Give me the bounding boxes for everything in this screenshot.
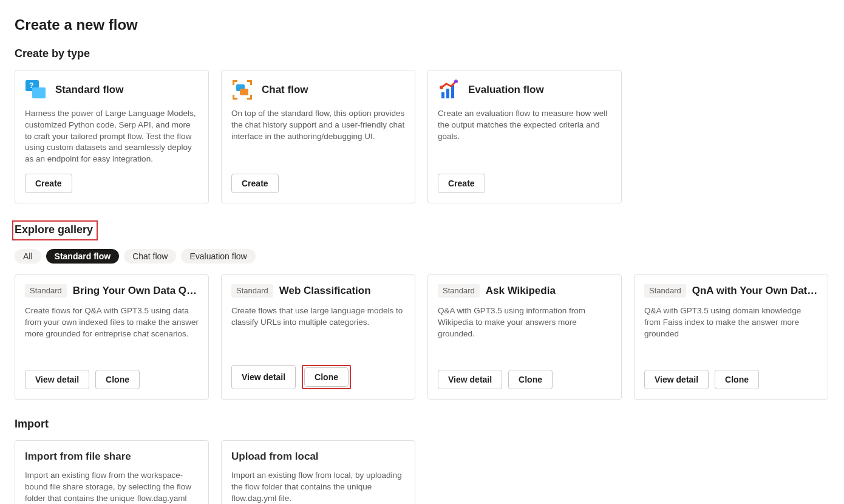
import-card-desc: Import an existing flow from the workspa… bbox=[25, 470, 199, 504]
highlight-explore-gallery: Explore gallery bbox=[12, 220, 98, 240]
pill-chat-flow[interactable]: Chat flow bbox=[124, 249, 176, 264]
gallery-card-web-classification: Standard Web Classification Create flows… bbox=[221, 274, 415, 400]
type-card-title: Evaluation flow bbox=[468, 83, 544, 97]
gallery-card-title: Bring Your Own Data QnA bbox=[73, 284, 199, 298]
standard-flow-icon: ? bbox=[25, 79, 47, 101]
svg-rect-1 bbox=[32, 87, 46, 98]
type-card-standard-flow: ? Standard flow Harness the power of Lar… bbox=[15, 70, 209, 203]
import-card-file-share: Import from file share Import an existin… bbox=[15, 440, 209, 504]
view-detail-button[interactable]: View detail bbox=[438, 370, 502, 389]
gallery-card-bring-your-own-data-qna: Standard Bring Your Own Data QnA Create … bbox=[15, 274, 209, 400]
view-detail-button[interactable]: View detail bbox=[644, 370, 709, 389]
import-cards-row: Import from file share Import an existin… bbox=[15, 440, 829, 504]
create-evaluation-flow-button[interactable]: Create bbox=[438, 174, 485, 193]
type-card-chat-flow: Chat flow On top of the standard flow, t… bbox=[221, 70, 415, 203]
gallery-tag: Standard bbox=[231, 284, 273, 298]
import-card-upload-local: Upload from local Import an existing flo… bbox=[221, 440, 415, 504]
pill-evaluation-flow[interactable]: Evaluation flow bbox=[181, 249, 255, 264]
gallery-card-desc: Create flows that use large language mod… bbox=[231, 305, 405, 358]
type-cards-row: ? Standard flow Harness the power of Lar… bbox=[15, 70, 829, 203]
type-card-title: Standard flow bbox=[55, 83, 123, 97]
chat-flow-icon bbox=[231, 79, 253, 101]
clone-button[interactable]: Clone bbox=[95, 370, 140, 389]
evaluation-flow-icon bbox=[438, 79, 460, 101]
view-detail-button[interactable]: View detail bbox=[231, 365, 296, 389]
clone-button[interactable]: Clone bbox=[304, 367, 349, 387]
clone-button[interactable]: Clone bbox=[508, 370, 553, 389]
type-card-header: Chat flow bbox=[231, 79, 405, 101]
gallery-card-ask-wikipedia: Standard Ask Wikipedia Q&A with GPT3.5 u… bbox=[427, 274, 622, 400]
svg-rect-6 bbox=[446, 89, 449, 98]
svg-rect-4 bbox=[240, 89, 248, 95]
gallery-card-qna-own-data: Standard QnA with Your Own Data Usi… Q&A… bbox=[634, 274, 828, 400]
type-card-evaluation-flow: Evaluation flow Create an evaluation flo… bbox=[427, 70, 622, 203]
section-create-by-type-heading: Create by type bbox=[15, 46, 829, 61]
type-card-desc: Create an evaluation flow to measure how… bbox=[438, 108, 611, 165]
type-card-title: Chat flow bbox=[262, 83, 308, 97]
import-card-desc: Import an existing flow from local, by u… bbox=[231, 470, 405, 504]
create-standard-flow-button[interactable]: Create bbox=[25, 174, 72, 193]
svg-point-9 bbox=[454, 80, 458, 83]
svg-text:?: ? bbox=[29, 81, 33, 90]
import-card-title: Upload from local bbox=[231, 449, 405, 464]
gallery-card-header: Standard Bring Your Own Data QnA bbox=[25, 284, 199, 298]
gallery-card-title: QnA with Your Own Data Usi… bbox=[692, 284, 818, 298]
gallery-card-header: Standard Ask Wikipedia bbox=[438, 284, 611, 298]
gallery-card-header: Standard QnA with Your Own Data Usi… bbox=[644, 284, 818, 298]
gallery-filter-pills: All Standard flow Chat flow Evaluation f… bbox=[15, 249, 829, 264]
gallery-card-header: Standard Web Classification bbox=[231, 284, 405, 298]
gallery-tag: Standard bbox=[644, 284, 686, 298]
clone-button[interactable]: Clone bbox=[715, 370, 759, 389]
gallery-tag: Standard bbox=[25, 284, 67, 298]
type-card-header: ? Standard flow bbox=[25, 79, 199, 101]
gallery-card-title: Ask Wikipedia bbox=[486, 284, 556, 298]
page-title: Create a new flow bbox=[15, 15, 829, 35]
pill-standard-flow[interactable]: Standard flow bbox=[46, 249, 120, 264]
section-explore-gallery-heading: Explore gallery bbox=[15, 220, 829, 240]
gallery-cards-row: Standard Bring Your Own Data QnA Create … bbox=[15, 274, 829, 400]
gallery-card-title: Web Classification bbox=[279, 284, 371, 298]
gallery-tag: Standard bbox=[438, 284, 480, 298]
gallery-card-desc: Q&A with GPT3.5 using information from W… bbox=[438, 305, 611, 363]
highlight-clone-button: Clone bbox=[302, 365, 351, 389]
type-card-desc: Harness the power of Large Language Mode… bbox=[25, 108, 199, 165]
import-card-title: Import from file share bbox=[25, 449, 199, 464]
svg-point-8 bbox=[440, 86, 443, 89]
gallery-card-desc: Create flows for Q&A with GPT3.5 using d… bbox=[25, 305, 199, 363]
section-import-heading: Import bbox=[15, 417, 829, 432]
gallery-card-desc: Q&A with GPT3.5 using domain knowledge f… bbox=[644, 305, 818, 363]
create-chat-flow-button[interactable]: Create bbox=[231, 174, 279, 193]
svg-rect-5 bbox=[441, 92, 444, 98]
view-detail-button[interactable]: View detail bbox=[25, 370, 89, 389]
type-card-desc: On top of the standard flow, this option… bbox=[231, 108, 405, 165]
type-card-header: Evaluation flow bbox=[438, 79, 611, 101]
pill-all[interactable]: All bbox=[15, 249, 41, 264]
